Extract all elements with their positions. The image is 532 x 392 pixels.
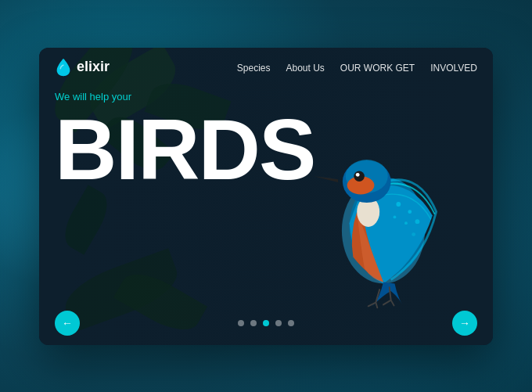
nav-item-involved[interactable]: INVOLVED xyxy=(430,60,477,74)
dot-2[interactable] xyxy=(250,320,257,326)
slide-dots xyxy=(238,320,294,326)
dot-3[interactable] xyxy=(263,320,269,326)
bird-image xyxy=(297,95,469,314)
logo: elixir xyxy=(55,57,110,77)
dot-5[interactable] xyxy=(288,320,294,326)
navbar: elixir Species About Us OUR WORK GET INV… xyxy=(39,48,493,87)
svg-point-13 xyxy=(412,232,415,236)
nav-item-species[interactable]: Species xyxy=(237,60,271,74)
dot-4[interactable] xyxy=(275,320,282,326)
svg-point-10 xyxy=(415,219,420,224)
prev-button[interactable]: ← xyxy=(55,311,80,336)
hero-card: elixir Species About Us OUR WORK GET INV… xyxy=(39,48,493,345)
svg-point-7 xyxy=(356,172,360,176)
svg-point-6 xyxy=(354,171,365,182)
drop-icon xyxy=(55,57,72,77)
logo-text: elixir xyxy=(77,59,110,75)
nav-links: Species About Us OUR WORK GET INVOLVED xyxy=(237,60,477,74)
next-button[interactable]: → xyxy=(452,311,477,336)
dot-1[interactable] xyxy=(238,320,244,326)
arrow-left-icon: ← xyxy=(62,317,73,329)
svg-point-8 xyxy=(396,202,401,207)
bottom-bar: ← → xyxy=(39,302,493,345)
nav-item-about[interactable]: About Us xyxy=(286,60,325,74)
svg-point-9 xyxy=(408,210,412,214)
nav-item-work[interactable]: OUR WORK GET xyxy=(340,60,415,74)
svg-point-12 xyxy=(394,215,397,218)
arrow-right-icon: → xyxy=(459,317,470,329)
kingfisher-svg xyxy=(297,95,469,314)
svg-point-11 xyxy=(404,221,408,225)
